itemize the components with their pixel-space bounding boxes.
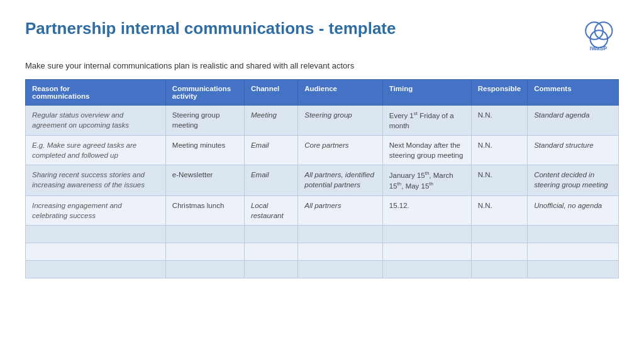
cell-reason-4: Increasing engagement and celebrating su… bbox=[26, 196, 166, 226]
col-header-responsible: Responsible bbox=[471, 80, 527, 106]
empty-cell bbox=[382, 226, 471, 243]
empty-cell bbox=[165, 243, 244, 261]
empty-cell bbox=[26, 243, 166, 261]
empty-cell bbox=[528, 243, 619, 261]
cell-activity-4: Christmas lunch bbox=[165, 196, 244, 226]
cell-timing-4: 15.12. bbox=[382, 196, 471, 226]
empty-cell bbox=[471, 261, 527, 278]
col-header-channel: Channel bbox=[244, 80, 297, 106]
cell-comments-4: Unofficial, no agenda bbox=[528, 196, 619, 226]
cell-comments-3: Content decided in steering group meetin… bbox=[528, 165, 619, 196]
logo-area: IWaSP bbox=[578, 19, 619, 53]
cell-audience-1: Steering group bbox=[298, 106, 383, 136]
empty-cell bbox=[244, 226, 297, 243]
cell-audience-4: All partners bbox=[298, 196, 383, 226]
col-header-activity: Communicationsactivity bbox=[165, 80, 244, 106]
empty-cell bbox=[165, 226, 244, 243]
cell-reason-2: E.g. Make sure agreed tasks are complete… bbox=[26, 136, 166, 165]
svg-text:IWaSP: IWaSP bbox=[590, 45, 607, 52]
cell-responsible-2: N.N. bbox=[471, 136, 527, 165]
table-row: E.g. Make sure agreed tasks are complete… bbox=[26, 136, 619, 165]
table-row-empty bbox=[26, 243, 619, 261]
cell-comments-2: Standard structure bbox=[528, 136, 619, 165]
cell-audience-2: Core partners bbox=[298, 136, 383, 165]
table-row: Sharing recent success stories and incre… bbox=[26, 165, 619, 196]
table-row: Increasing engagement and celebrating su… bbox=[26, 196, 619, 226]
cell-activity-3: e-Newsletter bbox=[165, 165, 244, 196]
cell-channel-4: Local restaurant bbox=[244, 196, 297, 226]
col-header-reason: Reason forcommunications bbox=[26, 80, 166, 106]
empty-cell bbox=[298, 226, 383, 243]
page-subtitle: Make sure your internal communications p… bbox=[25, 61, 619, 70]
empty-cell bbox=[26, 226, 166, 243]
cell-channel-3: Email bbox=[244, 165, 297, 196]
empty-cell bbox=[165, 261, 244, 278]
cell-activity-1: Steering group meeting bbox=[165, 106, 244, 136]
cell-timing-1: Every 1st Friday of a month bbox=[382, 106, 471, 136]
page-title: Partnership internal communications - te… bbox=[25, 19, 396, 38]
empty-cell bbox=[528, 226, 619, 243]
col-header-audience: Audience bbox=[298, 80, 383, 106]
cell-timing-3: January 15th, March 15th, May 15th bbox=[382, 165, 471, 196]
col-header-comments: Comments bbox=[528, 80, 619, 106]
table-row-empty bbox=[26, 226, 619, 243]
cell-responsible-1: N.N. bbox=[471, 106, 527, 136]
empty-cell bbox=[528, 261, 619, 278]
cell-reason-1: Regular status overview and agreement on… bbox=[26, 106, 166, 136]
table-row-empty bbox=[26, 261, 619, 278]
empty-cell bbox=[471, 243, 527, 261]
empty-cell bbox=[471, 226, 527, 243]
empty-cell bbox=[298, 261, 383, 278]
empty-cell bbox=[382, 243, 471, 261]
page-header: Partnership internal communications - te… bbox=[25, 19, 619, 53]
iwasp-logo-icon: IWaSP bbox=[578, 19, 619, 53]
cell-responsible-4: N.N. bbox=[471, 196, 527, 226]
cell-timing-2: Next Monday after the steering group mee… bbox=[382, 136, 471, 165]
table-header-row: Reason forcommunications Communicationsa… bbox=[26, 80, 619, 106]
communications-table: Reason forcommunications Communicationsa… bbox=[25, 79, 619, 278]
cell-audience-3: All partners, identified potential partn… bbox=[298, 165, 383, 196]
cell-reason-3: Sharing recent success stories and incre… bbox=[26, 165, 166, 196]
empty-cell bbox=[298, 243, 383, 261]
cell-responsible-3: N.N. bbox=[471, 165, 527, 196]
cell-comments-1: Standard agenda bbox=[528, 106, 619, 136]
table-row: Regular status overview and agreement on… bbox=[26, 106, 619, 136]
cell-activity-2: Meeting minutes bbox=[165, 136, 244, 165]
empty-cell bbox=[26, 261, 166, 278]
cell-channel-1: Meeting bbox=[244, 106, 297, 136]
empty-cell bbox=[244, 243, 297, 261]
empty-cell bbox=[382, 261, 471, 278]
cell-channel-2: Email bbox=[244, 136, 297, 165]
col-header-timing: Timing bbox=[382, 80, 471, 106]
empty-cell bbox=[244, 261, 297, 278]
